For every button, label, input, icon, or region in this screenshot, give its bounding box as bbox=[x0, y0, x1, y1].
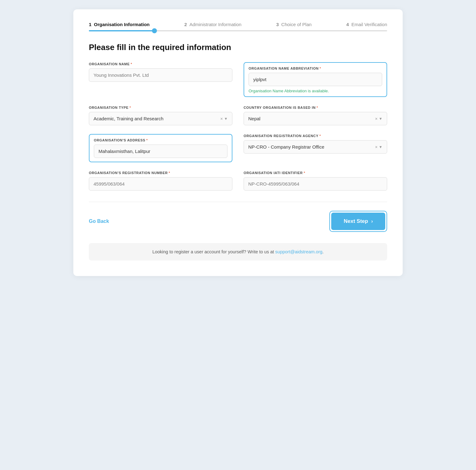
reg-number-input[interactable] bbox=[89, 177, 232, 191]
step-1: 1 Organisation Information bbox=[89, 22, 150, 27]
org-type-clear[interactable]: × bbox=[220, 116, 223, 121]
step-1-label: Organisation Information bbox=[94, 22, 149, 27]
org-address-field-wrapper: ORGANISATION'S ADDRESS* bbox=[89, 134, 232, 162]
reg-agency-select[interactable]: NP-CRO - Company Registrar Office × ▼ bbox=[244, 140, 387, 154]
org-abbrev-required: * bbox=[320, 67, 321, 70]
org-address-field: ORGANISATION'S ADDRESS* bbox=[94, 138, 227, 158]
go-back-button[interactable]: Go Back bbox=[89, 219, 109, 224]
reg-agency-value: NP-CRO - Company Registrar Office bbox=[248, 141, 375, 153]
org-type-field: ORGANISATION TYPE* Academic, Training an… bbox=[89, 106, 232, 125]
reg-number-required: * bbox=[169, 171, 170, 175]
org-type-value: Academic, Training and Research bbox=[94, 112, 220, 125]
form-heading: Please fill in the required information bbox=[89, 43, 387, 52]
country-label: COUNTRY ORGANISATION IS BASED IN* bbox=[244, 106, 387, 109]
reg-agency-chevron-icon: ▼ bbox=[379, 145, 382, 149]
org-address-input[interactable] bbox=[94, 145, 227, 158]
step-2-num: 2 bbox=[184, 22, 187, 27]
reg-number-field: ORGANISATION'S REGISTRATION NUMBER* bbox=[89, 171, 232, 191]
country-required: * bbox=[317, 106, 318, 109]
country-select[interactable]: Nepal × ▼ bbox=[244, 112, 387, 125]
org-address-required: * bbox=[146, 138, 148, 142]
step-4-num: 4 bbox=[346, 22, 349, 27]
org-name-required: * bbox=[130, 62, 132, 66]
iati-required: * bbox=[304, 171, 305, 175]
step-2-label: Administrator Information bbox=[190, 22, 242, 27]
info-bar-text-before: Looking to register a user account for y… bbox=[152, 249, 275, 254]
org-name-input[interactable] bbox=[89, 68, 232, 82]
org-type-required: * bbox=[130, 106, 131, 109]
step-3: 3 Choice of Plan bbox=[276, 22, 312, 27]
reg-agency-controls: × ▼ bbox=[375, 145, 382, 150]
reg-agency-label: ORGANISATION REGISTRATION AGENCY* bbox=[244, 134, 387, 138]
org-name-label: ORGANISATION NAME* bbox=[89, 62, 232, 66]
form-actions: Go Back Next Step › bbox=[89, 211, 387, 232]
country-chevron-icon: ▼ bbox=[379, 117, 382, 121]
next-step-label: Next Step bbox=[344, 218, 368, 224]
iati-field: ORGANISATION IATI IDENTIFIER* bbox=[244, 171, 387, 191]
next-step-button[interactable]: Next Step › bbox=[331, 213, 385, 230]
reg-agency-clear[interactable]: × bbox=[375, 145, 378, 150]
reg-agency-required: * bbox=[319, 134, 321, 138]
org-type-chevron-icon: ▼ bbox=[224, 117, 228, 121]
country-controls: × ▼ bbox=[375, 116, 382, 121]
next-step-chevron-icon: › bbox=[371, 219, 373, 224]
abbrev-availability-msg: Organisation Name Abbreviation is availa… bbox=[249, 89, 382, 93]
org-abbrev-label: ORGANISATION NAME ABBREVIATION* bbox=[249, 67, 382, 70]
info-bar-text-after: . bbox=[323, 249, 324, 254]
country-value: Nepal bbox=[248, 112, 375, 125]
step-2: 2 Administrator Information bbox=[184, 22, 241, 27]
main-card: 1 Organisation Information 2 Administrat… bbox=[73, 9, 403, 276]
step-3-num: 3 bbox=[276, 22, 279, 27]
progress-bar-fill bbox=[89, 30, 154, 31]
country-field: COUNTRY ORGANISATION IS BASED IN* Nepal … bbox=[244, 106, 387, 125]
step-1-num: 1 bbox=[89, 22, 91, 27]
progress-bar-container bbox=[89, 30, 387, 31]
step-3-label: Choice of Plan bbox=[281, 22, 312, 27]
section-divider bbox=[89, 202, 387, 202]
reg-number-label: ORGANISATION'S REGISTRATION NUMBER* bbox=[89, 171, 232, 175]
support-email-link[interactable]: support@aidstream.org bbox=[275, 249, 323, 254]
org-address-label: ORGANISATION'S ADDRESS* bbox=[94, 138, 227, 142]
reg-agency-field: ORGANISATION REGISTRATION AGENCY* NP-CRO… bbox=[244, 134, 387, 162]
org-name-field: ORGANISATION NAME* bbox=[89, 62, 232, 97]
next-step-wrapper: Next Step › bbox=[329, 211, 387, 232]
step-4: 4 Email Verification bbox=[346, 22, 387, 27]
org-abbrev-field: ORGANISATION NAME ABBREVIATION* Organisa… bbox=[249, 67, 382, 93]
info-bar: Looking to register a user account for y… bbox=[89, 243, 387, 260]
org-type-controls: × ▼ bbox=[220, 116, 228, 121]
org-abbrev-input[interactable] bbox=[249, 73, 382, 86]
org-type-label: ORGANISATION TYPE* bbox=[89, 106, 232, 109]
org-abbrev-field-wrapper: ORGANISATION NAME ABBREVIATION* Organisa… bbox=[244, 62, 387, 97]
org-type-select[interactable]: Academic, Training and Research × ▼ bbox=[89, 112, 232, 125]
iati-label: ORGANISATION IATI IDENTIFIER* bbox=[244, 171, 387, 175]
country-clear[interactable]: × bbox=[375, 116, 378, 121]
iati-input[interactable] bbox=[244, 177, 387, 191]
step-4-label: Email Verification bbox=[351, 22, 387, 27]
stepper: 1 Organisation Information 2 Administrat… bbox=[89, 22, 387, 27]
form-grid: ORGANISATION NAME* ORGANISATION NAME ABB… bbox=[89, 62, 387, 191]
